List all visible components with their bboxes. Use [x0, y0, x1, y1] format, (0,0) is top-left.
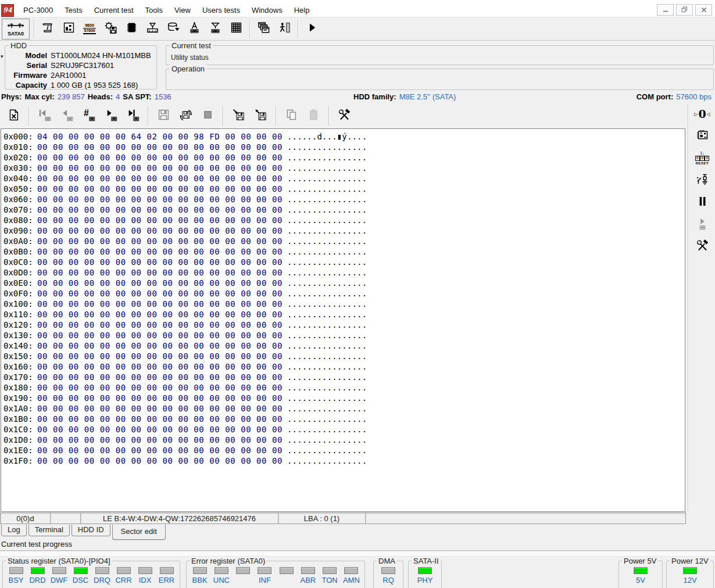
menu-help[interactable]: Help [288, 5, 316, 16]
5v-led-indicator [634, 567, 648, 574]
hex-bytes: 00 00 00 00 00 00 00 00 00 00 00 00 00 0… [37, 309, 287, 320]
hex-row[interactable]: 0x040:00 00 00 00 00 00 00 00 00 00 00 0… [3, 173, 685, 184]
save-to-file-icon [254, 108, 267, 124]
tab-terminal[interactable]: Terminal [28, 525, 70, 536]
hex-bytes: 00 00 00 00 00 00 00 00 00 00 00 00 00 0… [37, 257, 287, 267]
hex-bytes: 00 00 00 00 00 00 00 00 00 00 00 00 00 0… [37, 194, 287, 205]
hex-row[interactable]: 0x060:00 00 00 00 00 00 00 00 00 00 00 0… [3, 194, 685, 205]
sata0-port-button[interactable]: SATA0 [2, 19, 30, 40]
hex-row[interactable]: 0x170:00 00 00 00 00 00 00 00 00 00 00 0… [3, 372, 685, 382]
hex-row[interactable]: 0x090:00 00 00 00 00 00 00 00 00 00 00 0… [3, 225, 685, 236]
settings-save-button[interactable] [100, 19, 121, 39]
utility-info-button[interactable]: i [37, 19, 58, 39]
hex-row[interactable]: 0x1D0:00 00 00 00 00 00 00 00 00 00 00 0… [3, 435, 685, 445]
hex-bytes: 00 00 00 00 00 00 00 00 00 00 00 00 00 0… [37, 288, 287, 299]
database-icon [167, 21, 180, 37]
hex-row[interactable]: 0x070:00 00 00 00 00 00 00 00 00 00 00 0… [3, 205, 685, 215]
hex-ascii: ................ [287, 289, 367, 298]
hex-row[interactable]: 0x0F0:00 00 00 00 00 00 00 00 00 00 00 0… [3, 288, 685, 299]
hex-row[interactable]: 0x130:00 00 00 00 00 00 00 00 00 00 00 0… [3, 330, 685, 340]
power-relay-icon [696, 173, 709, 188]
hex-row[interactable]: 0x010:00 00 00 00 00 00 00 00 00 00 00 0… [3, 142, 685, 152]
utility-info-icon: i [41, 21, 55, 37]
hex-row[interactable]: 0x1C0:00 00 00 00 00 00 00 00 00 00 00 0… [3, 424, 685, 435]
tools-button[interactable] [333, 106, 355, 127]
menu-users-tests[interactable]: Users tests [196, 5, 246, 16]
hex-bytes: 00 00 00 00 00 00 00 00 00 00 00 00 00 0… [37, 403, 287, 414]
minimize-button[interactable] [657, 4, 674, 16]
hex-row[interactable]: 0x110:00 00 00 00 00 00 00 00 00 00 00 0… [3, 309, 685, 320]
power-relay-button[interactable] [691, 171, 713, 189]
menu-tests[interactable]: Tests [59, 5, 88, 16]
hex-row[interactable]: 0x1A0:00 00 00 00 00 00 00 00 00 00 00 0… [3, 403, 685, 414]
hex-bytes: 00 00 00 00 00 00 00 00 00 00 00 00 00 0… [37, 445, 287, 456]
hex-row[interactable]: 0x160:00 00 00 00 00 00 00 00 00 00 00 0… [3, 361, 685, 372]
hex-row[interactable]: 0x180:00 00 00 00 00 00 00 00 00 00 00 0… [3, 382, 685, 393]
hex-row[interactable]: 0x020:00 00 00 00 00 00 00 00 00 00 00 0… [3, 152, 685, 163]
data-grid-icon [230, 21, 243, 37]
goto-sector-button[interactable]: # [77, 106, 99, 127]
hex-row[interactable]: 0x120:00 00 00 00 00 00 00 00 00 00 00 0… [3, 320, 685, 330]
tab-hdd-id[interactable]: HDD ID [72, 525, 110, 536]
hex-ascii: ................ [287, 205, 367, 214]
next-sector-button[interactable] [99, 106, 121, 127]
last-sector-button[interactable] [121, 106, 144, 127]
hex-row[interactable]: 0x0A0:00 00 00 00 00 00 00 00 00 00 00 0… [3, 236, 685, 246]
hex-row[interactable]: 0x100:00 00 00 00 00 00 00 00 00 00 00 0… [3, 299, 685, 309]
close-button[interactable] [695, 4, 712, 16]
tab-sector-edit[interactable]: Sector edit [112, 525, 166, 540]
board-test-icon [696, 128, 709, 144]
operation-title: Operation [170, 64, 206, 73]
recalibrate-zero-button[interactable]: ▷0◁ [691, 105, 713, 123]
hex-row[interactable]: 0x050:00 00 00 00 00 00 00 00 00 00 00 0… [3, 184, 685, 194]
hex-row[interactable]: 0x000:04 00 00 00 00 00 64 02 00 00 98 F… [3, 131, 685, 142]
baud-rate-button[interactable]: 960057600 [79, 19, 100, 39]
hex-row[interactable]: 0x0C0:00 00 00 00 00 00 00 00 00 00 00 0… [3, 257, 685, 267]
new-sector-button[interactable] [2, 106, 24, 127]
right-toolbar: ▷0◁1↓000RESET▾ [689, 105, 715, 259]
tab-log[interactable]: Log [1, 525, 27, 536]
save-to-file-button[interactable] [249, 106, 271, 127]
hex-row[interactable]: 0x0B0:00 00 00 00 00 00 00 00 00 00 00 0… [3, 246, 685, 257]
hex-ascii: ................ [287, 195, 367, 204]
menu-current-test[interactable]: Current test [88, 5, 140, 16]
hex-row[interactable]: 0x190:00 00 00 00 00 00 00 00 00 00 00 0… [3, 393, 685, 403]
hex-row[interactable]: 0x0D0:00 00 00 00 00 00 00 00 00 00 00 0… [3, 267, 685, 278]
windows-cascade-button[interactable] [253, 19, 274, 39]
hex-row[interactable]: 0x1E0:00 00 00 00 00 00 00 00 00 00 00 0… [3, 445, 685, 456]
menu-pc-3000[interactable]: PC-3000 [17, 5, 59, 16]
hex-row[interactable]: 0x080:00 00 00 00 00 00 00 00 00 00 00 0… [3, 215, 685, 225]
refresh-sector-button[interactable] [174, 106, 196, 127]
resources-chart-button[interactable] [58, 19, 79, 39]
hex-row[interactable]: 0x030:00 00 00 00 00 00 00 00 00 00 00 0… [3, 163, 685, 173]
pause-button[interactable] [691, 193, 713, 211]
oscilloscope-funnel-button[interactable] [205, 19, 226, 39]
restore-button[interactable] [676, 4, 693, 16]
hex-row[interactable]: 0x150:00 00 00 00 00 00 00 00 00 00 00 0… [3, 351, 685, 361]
oscilloscope-compass-button[interactable] [184, 19, 205, 39]
board-test-button[interactable] [691, 127, 713, 145]
tools-button[interactable] [691, 237, 713, 256]
exit-run-button[interactable] [274, 19, 295, 39]
hex-row[interactable]: 0x1B0:00 00 00 00 00 00 00 00 00 00 00 0… [3, 414, 685, 424]
menu-tools[interactable]: Tools [140, 5, 169, 16]
menu-view[interactable]: View [169, 5, 196, 16]
hex-ascii: ................ [287, 163, 367, 173]
menu-windows[interactable]: Windows [246, 5, 288, 16]
load-from-file-button[interactable] [227, 106, 249, 127]
hex-row[interactable]: 0x0E0:00 00 00 00 00 00 00 00 00 00 00 0… [3, 278, 685, 288]
database-button[interactable] [163, 19, 184, 39]
hex-dump-view[interactable]: 0x000:04 00 00 00 00 00 64 02 00 00 98 F… [1, 128, 685, 512]
hex-bytes: 00 00 00 00 00 00 00 00 00 00 00 00 00 0… [37, 435, 287, 445]
hex-offset: 0x1C0: [3, 424, 37, 435]
chip-button[interactable] [121, 19, 142, 39]
reset-counter-button[interactable]: 1↓000RESET [691, 149, 713, 167]
data-grid-button[interactable] [226, 19, 246, 39]
measure-ruler-button[interactable] [142, 19, 163, 39]
hex-row[interactable]: 0x140:00 00 00 00 00 00 00 00 00 00 00 0… [3, 340, 685, 351]
hex-ascii: ................ [287, 320, 367, 329]
status-cell-0: 0(0)d [1, 513, 51, 524]
led-label: DWF [51, 576, 68, 585]
play-button[interactable] [301, 19, 322, 39]
hex-row[interactable]: 0x1F0:00 00 00 00 00 00 00 00 00 00 00 0… [3, 456, 685, 466]
